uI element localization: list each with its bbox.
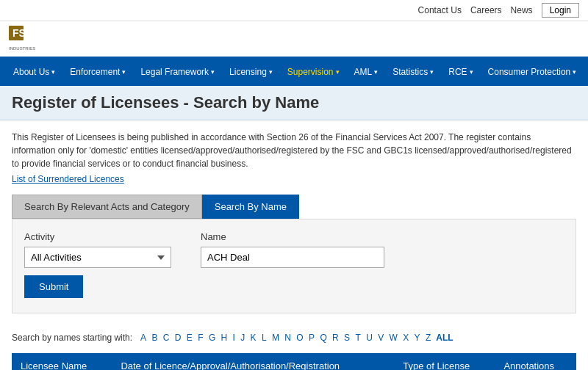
page-title-bar: Register of Licensees - Search by Name (0, 86, 588, 120)
top-bar: Contact Us Careers News Login (0, 0, 588, 21)
nav-item-consumer-protection[interactable]: Consumer Protection ▾ (481, 58, 584, 86)
alpha-letter-z[interactable]: Z (424, 332, 432, 344)
alpha-letter-x[interactable]: X (401, 332, 410, 344)
svg-text:FS: FS (12, 27, 26, 39)
alpha-letter-f[interactable]: F (196, 332, 204, 344)
alpha-letter-g[interactable]: G (207, 332, 217, 344)
header: FS INDUSTRIES (0, 21, 588, 58)
name-label: Name (201, 231, 384, 242)
chevron-down-icon: ▾ (211, 68, 215, 76)
form-row: Activity All Activities Name (24, 231, 564, 268)
activity-select[interactable]: All Activities (24, 247, 171, 268)
alpha-letter-s[interactable]: S (343, 332, 351, 344)
alpha-letter-r[interactable]: R (331, 332, 340, 344)
alpha-letter-i[interactable]: I (232, 332, 237, 344)
results-table: Licensee Name Date of Licence/Approval/A… (12, 353, 576, 370)
contact-us-link[interactable]: Contact Us (418, 5, 462, 15)
svg-text:INDUSTRIES: INDUSTRIES (9, 46, 35, 51)
alpha-letter-d[interactable]: D (173, 332, 183, 344)
logo-icon: FS INDUSTRIES (7, 24, 44, 54)
chevron-down-icon: ▾ (51, 68, 55, 76)
login-button[interactable]: Login (542, 3, 579, 18)
alphabet-search: Search by names starting with: A B C D E… (12, 325, 576, 353)
news-link[interactable]: News (511, 5, 533, 15)
alpha-letter-n[interactable]: N (283, 332, 293, 344)
chevron-down-icon: ▾ (430, 68, 434, 76)
alpha-letter-t[interactable]: T (354, 332, 362, 344)
alpha-letter-p[interactable]: P (307, 332, 316, 344)
nav-item-enforcement[interactable]: Enforcement ▾ (62, 58, 133, 86)
alpha-letter-q[interactable]: Q (318, 332, 328, 344)
alpha-letter-e[interactable]: E (185, 332, 194, 344)
alpha-letter-y[interactable]: Y (413, 332, 422, 344)
col-annotations: Annotations (495, 353, 576, 370)
nav-item-rce[interactable]: RCE ▾ (441, 58, 480, 86)
alpha-letter-v[interactable]: V (376, 332, 385, 344)
alpha-letter-w[interactable]: W (388, 332, 399, 344)
page-title: Register of Licensees - Search by Name (12, 93, 576, 112)
nav-item-licensing[interactable]: Licensing ▾ (222, 58, 280, 86)
nav-item-media-corner[interactable]: Media Corner ▾ (584, 58, 588, 86)
alpha-letter-u[interactable]: U (365, 332, 374, 344)
alpha-letter-l[interactable]: L (260, 332, 268, 344)
main-nav: About Us ▾ Enforcement ▾ Legal Framework… (0, 58, 588, 86)
alpha-letter-a[interactable]: A (139, 332, 148, 344)
nav-item-aml[interactable]: AML ▾ (347, 58, 386, 86)
alpha-letter-h[interactable]: H (220, 332, 229, 344)
col-licensee-name: Licensee Name (12, 353, 112, 370)
chevron-down-icon: ▾ (122, 68, 126, 76)
alpha-letter-j[interactable]: J (239, 332, 246, 344)
activity-label: Activity (24, 231, 171, 242)
alpha-letters-container: A B C D E F G H I J K L M N O P Q R S T … (139, 333, 432, 343)
activity-group: Activity All Activities (24, 231, 171, 268)
search-tabs: Search By Relevant Acts and Category Sea… (12, 195, 576, 219)
nav-item-about-us[interactable]: About Us ▾ (6, 58, 62, 86)
nav-item-supervision[interactable]: Supervision ▾ (280, 58, 347, 86)
submit-button[interactable]: Submit (24, 275, 83, 298)
alpha-letter-c[interactable]: C (162, 332, 171, 344)
chevron-down-icon: ▾ (269, 68, 273, 76)
name-input[interactable] (201, 247, 384, 268)
alpha-all-link[interactable]: ALL (436, 333, 453, 343)
tab-by-name[interactable]: Search By Name (202, 195, 299, 219)
nav-item-statistics[interactable]: Statistics ▾ (385, 58, 441, 86)
alpha-search-label: Search by names starting with: (12, 333, 132, 343)
header-row: Licensee Name Date of Licence/Approval/A… (12, 353, 576, 370)
chevron-down-icon: ▾ (336, 68, 340, 76)
col-date: Date of Licence/Approval/Authorisation/R… (112, 353, 394, 370)
chevron-down-icon: ▾ (573, 68, 576, 76)
content-area: This Register of Licensees is being publ… (0, 120, 588, 370)
search-panel: Activity All Activities Name Submit (12, 219, 576, 313)
page-description: This Register of Licensees is being publ… (12, 131, 576, 170)
careers-link[interactable]: Careers (470, 5, 502, 15)
alpha-letter-o[interactable]: O (295, 332, 304, 344)
alpha-letter-m[interactable]: M (270, 332, 281, 344)
tab-by-acts[interactable]: Search By Relevant Acts and Category (12, 195, 202, 219)
alpha-letter-b[interactable]: B (150, 332, 159, 344)
alpha-letter-k[interactable]: K (249, 332, 258, 344)
chevron-down-icon: ▾ (470, 68, 473, 76)
col-type: Type of License (394, 353, 495, 370)
table-header: Licensee Name Date of Licence/Approval/A… (12, 353, 576, 370)
chevron-down-icon: ▾ (374, 68, 378, 76)
surrendered-licences-link[interactable]: List of Surrendered Licences (12, 174, 124, 184)
nav-item-legal-framework[interactable]: Legal Framework ▾ (133, 58, 222, 86)
name-group: Name (201, 231, 384, 268)
